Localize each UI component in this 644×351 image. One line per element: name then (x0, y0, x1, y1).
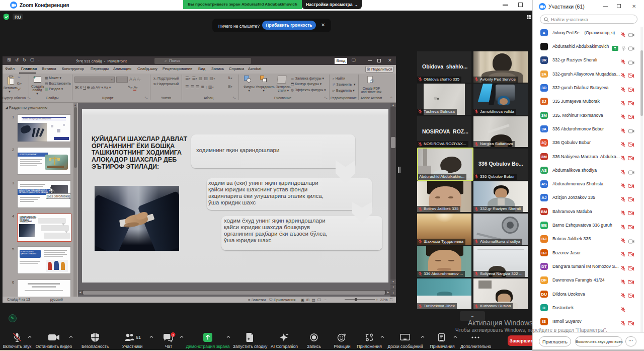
svg-text:61: 61 (136, 335, 141, 340)
svg-text:3: 3 (172, 333, 174, 337)
